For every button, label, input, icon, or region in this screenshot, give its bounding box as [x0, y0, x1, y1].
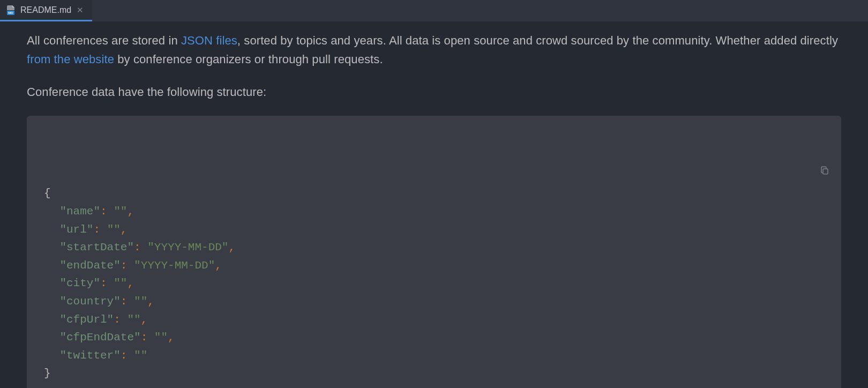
json-key: "name": [59, 205, 100, 218]
colon: :: [93, 223, 107, 236]
svg-rect-2: [823, 169, 828, 174]
json-key: "endDate": [59, 259, 120, 272]
comma: ,: [121, 223, 128, 236]
json-string: "": [134, 295, 147, 308]
code-block: {"name": "","url": "","startDate": "YYYY…: [27, 116, 841, 388]
tab-filename: README.md: [20, 3, 71, 17]
colon: :: [134, 241, 147, 253]
code-line: "country": "",: [44, 293, 824, 311]
markdown-preview: All conferences are stored in JSON files…: [0, 21, 868, 388]
comma: ,: [215, 259, 222, 272]
comma: ,: [127, 205, 134, 218]
intro-paragraph: All conferences are stored in JSON files…: [27, 31, 841, 69]
tab-active[interactable]: MD README.md ✕: [0, 0, 92, 21]
colon: :: [100, 277, 114, 289]
json-string: "": [134, 349, 147, 362]
copy-icon[interactable]: [820, 130, 829, 139]
json-string: "": [114, 205, 127, 218]
markdown-file-icon: MD: [5, 5, 16, 16]
comma: ,: [141, 314, 148, 326]
colon: :: [121, 259, 134, 272]
code-line: "startDate": "YYYY-MM-DD",: [44, 238, 824, 257]
json-string: "": [154, 331, 168, 344]
json-string: "YYYY-MM-DD": [147, 241, 228, 253]
tabbar: MD README.md ✕: [0, 0, 868, 21]
text: All conferences are stored in: [27, 34, 181, 47]
comma: ,: [127, 277, 134, 289]
brace-open: {: [44, 187, 51, 199]
code-line: "twitter": "": [44, 347, 824, 365]
brace-close: }: [44, 367, 51, 379]
code-line: "url": "",: [44, 221, 824, 239]
code-line: }: [44, 364, 824, 383]
code-line: {: [44, 184, 824, 203]
structure-paragraph: Conference data have the following struc…: [27, 83, 841, 101]
comma: ,: [168, 331, 175, 344]
json-files-link[interactable]: JSON files: [181, 34, 237, 47]
code-line: "cfpUrl": "",: [44, 311, 824, 329]
json-key: "city": [59, 277, 100, 289]
json-string: "": [114, 277, 127, 289]
svg-text:MD: MD: [8, 11, 13, 14]
json-key: "cfpUrl": [59, 314, 114, 326]
comma: ,: [228, 241, 235, 253]
json-key: "twitter": [59, 349, 120, 362]
colon: :: [121, 349, 134, 362]
colon: :: [141, 331, 154, 344]
text: , sorted by topics and years. All data i…: [237, 34, 838, 47]
close-icon[interactable]: ✕: [76, 4, 85, 17]
comma: ,: [147, 295, 154, 308]
colon: :: [121, 295, 134, 308]
json-key: "url": [59, 223, 93, 236]
colon: :: [100, 205, 114, 218]
code-line: "endDate": "YYYY-MM-DD",: [44, 257, 824, 275]
json-string: "YYYY-MM-DD": [134, 259, 215, 272]
json-key: "cfpEndDate": [59, 331, 140, 344]
code-line: "city": "",: [44, 274, 824, 293]
colon: :: [114, 314, 127, 326]
json-key: "startDate": [59, 241, 134, 253]
json-string: "": [127, 314, 140, 326]
json-key: "country": [59, 295, 120, 308]
text: by conference organizers or through pull…: [114, 53, 383, 66]
json-string: "": [107, 223, 121, 236]
code-line: "name": "",: [44, 203, 824, 221]
from-website-link[interactable]: from the website: [27, 53, 114, 66]
code-line: "cfpEndDate": "",: [44, 329, 824, 347]
